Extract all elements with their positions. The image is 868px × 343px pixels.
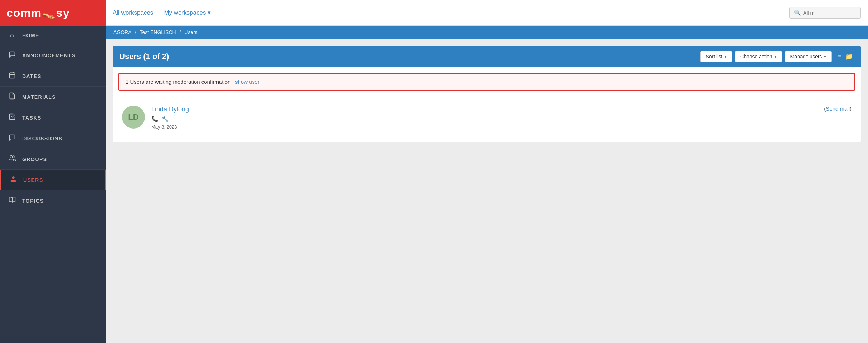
moderation-alert: 1 Users are waiting moderation confirmat… [118,73,855,91]
breadcrumb-sep2: / [180,29,182,35]
svg-rect-0 [10,73,15,78]
sidebar-item-label: DISCUSSIONS [22,136,63,141]
search-input[interactable] [803,10,846,16]
my-workspaces-link[interactable]: My workspaces ▾ [164,9,210,16]
content-area: Users (1 of 2) Sort list ▾ Choose action… [106,39,868,343]
logo-text: comm👡sy [6,6,70,20]
all-workspaces-link[interactable]: All workspaces [113,9,153,16]
users-icon [9,175,18,184]
sort-list-button[interactable]: Sort list ▾ [700,51,732,62]
home-icon: ⌂ [8,32,16,39]
show-user-link[interactable]: show user [235,79,259,85]
sidebar-item-label: ANNOUNCEMENTS [22,53,75,58]
chevron-down-icon: ▾ [725,54,727,59]
discussions-icon [8,134,16,143]
settings-icon: 🔧 [161,115,169,122]
avatar: LD [122,106,145,129]
sidebar-item-label: USERS [23,177,43,183]
sidebar-item-materials[interactable]: MATERIALS [0,87,106,107]
sidebar-item-label: TOPICS [22,198,44,204]
folder-view-icon[interactable]: 📁 [844,52,854,61]
logo: comm👡sy [0,0,106,26]
materials-icon [8,92,16,101]
send-mail-link[interactable]: Send mail [826,106,850,112]
sidebar-item-discussions[interactable]: DISCUSSIONS [0,128,106,149]
svg-point-4 [10,156,13,158]
user-icons: 📞 🔧 [151,115,824,122]
dates-icon [8,72,16,81]
breadcrumb-sep1: / [135,29,138,35]
sidebar-item-label: TASKS [22,115,42,121]
users-card-header: Users (1 of 2) Sort list ▾ Choose action… [113,46,861,67]
sidebar-item-label: DATES [22,73,42,79]
top-nav: All workspaces My workspaces ▾ [113,9,789,16]
breadcrumb: AGORA / Test ENGLISCH / Users [106,26,868,39]
alert-message: 1 Users are waiting moderation confirmat… [126,79,235,85]
breadcrumb-current: Users [184,29,198,35]
sidebar-item-topics[interactable]: TOPICS [0,190,106,211]
sidebar-item-label: HOME [22,33,39,38]
user-actions: (Send mail) [824,106,852,112]
sidebar-item-users[interactable]: USERS [0,170,106,190]
groups-icon [8,155,16,164]
users-card: Users (1 of 2) Sort list ▾ Choose action… [113,46,861,142]
user-info: Linda Dylong 📞 🔧 May 8, 2023 [151,106,824,130]
search-box[interactable]: 🔍 [789,7,861,19]
chevron-down-icon: ▾ [775,54,777,59]
header-actions: Sort list ▾ Choose action ▾ Manage users… [700,51,854,62]
choose-action-button[interactable]: Choose action ▾ [735,51,782,62]
top-header: All workspaces My workspaces ▾ 🔍 [106,0,868,26]
sidebar: comm👡sy ⌂ HOME ANNOUNCEMENTS DATES MATER… [0,0,106,343]
phone-icon: 📞 [151,115,159,122]
search-icon: 🔍 [794,9,801,16]
sidebar-item-groups[interactable]: GROUPS [0,149,106,170]
tasks-icon [8,113,16,122]
user-list: LD Linda Dylong 📞 🔧 May 8, 2023 (Send ma… [113,96,861,142]
sidebar-item-label: GROUPS [22,156,47,162]
breadcrumb-agora[interactable]: AGORA [113,29,131,35]
manage-users-button[interactable]: Manage users ▾ [785,51,832,62]
sidebar-item-home[interactable]: ⌂ HOME [0,26,106,45]
main-content: All workspaces My workspaces ▾ 🔍 AGORA /… [106,0,868,343]
breadcrumb-workspace[interactable]: Test ENGLISCH [140,29,176,35]
sidebar-item-dates[interactable]: DATES [0,66,106,87]
sidebar-nav: ⌂ HOME ANNOUNCEMENTS DATES MATERIALS T [0,26,106,343]
topics-icon [8,196,16,205]
table-row: LD Linda Dylong 📞 🔧 May 8, 2023 (Send ma… [118,101,855,135]
chevron-down-icon: ▾ [208,9,211,16]
user-name-link[interactable]: Linda Dylong [151,106,824,113]
announcements-icon [8,51,16,60]
svg-point-5 [12,177,15,179]
sidebar-item-announcements[interactable]: ANNOUNCEMENTS [0,45,106,66]
user-date: May 8, 2023 [151,124,824,130]
sidebar-item-label: MATERIALS [22,94,56,100]
chevron-down-icon: ▾ [824,54,826,59]
users-title: Users (1 of 2) [119,52,169,61]
list-view-icon[interactable]: ≡ [836,52,843,62]
sidebar-item-tasks[interactable]: TASKS [0,107,106,128]
view-icons: ≡ 📁 [836,52,854,62]
